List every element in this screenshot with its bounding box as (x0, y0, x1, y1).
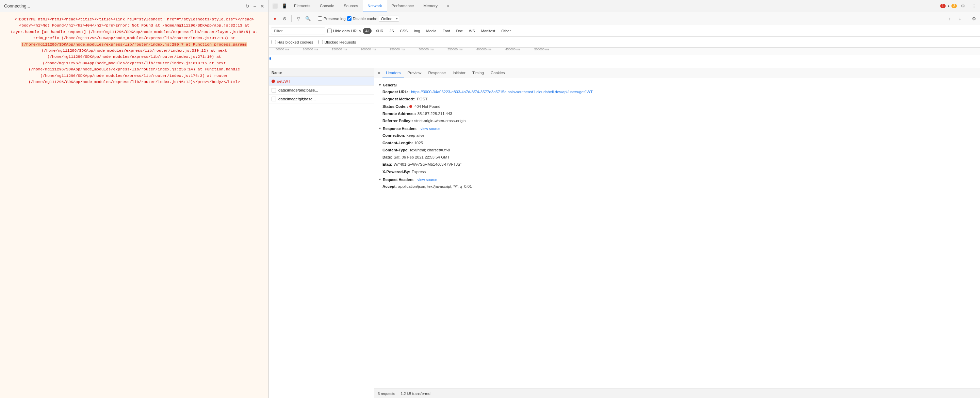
detail-tab-cookies[interactable]: Cookies (487, 68, 508, 78)
connection-key: Connection (382, 133, 405, 139)
tab-memory[interactable]: Memory (418, 0, 442, 12)
reload-icon[interactable]: ↻ (245, 3, 250, 9)
filter-tag-img[interactable]: Img (411, 28, 422, 34)
close-icon[interactable]: ✕ (260, 3, 264, 9)
toolbar-separator-3 (967, 15, 967, 22)
request-headers-section: Request Headers view source Accept appli… (379, 175, 976, 190)
content-type-value: text/html; charset=utf-8 (410, 147, 450, 153)
throttle-select[interactable]: Online (379, 16, 399, 22)
detail-tab-initiator[interactable]: Initiator (449, 68, 469, 78)
has-blocked-cookies-checkbox[interactable] (272, 40, 276, 44)
response-headers-view-source[interactable]: view source (421, 127, 440, 131)
filter-tag-media[interactable]: Media (424, 28, 439, 34)
warning-badge: 2 (951, 4, 957, 8)
filter-tag-ws[interactable]: WS (466, 28, 477, 34)
detail-close-button[interactable]: ✕ (375, 70, 382, 76)
tab-console[interactable]: Console (315, 0, 339, 12)
filter-input[interactable] (271, 27, 325, 34)
timeline-mark-400000: 400000 ms (476, 48, 492, 51)
timeline-mark-250000: 250000 ms (390, 48, 405, 51)
timeline-mark-100000: 100000 ms (303, 48, 318, 51)
detail-tab-headers[interactable]: Headers (382, 68, 404, 78)
tab-network[interactable]: Network (363, 0, 387, 12)
blocked-requests-label[interactable]: Blocked Requests (318, 40, 356, 44)
badge-sep: ▲ (947, 4, 950, 8)
detail-tab-preview[interactable]: Preview (404, 68, 425, 78)
timeline-area: 50000 ms 100000 ms 150000 ms 200000 ms 2… (269, 48, 980, 68)
request-url-key: Request URL: (382, 89, 410, 95)
filter-tag-css[interactable]: CSS (398, 28, 410, 34)
accept-value: application/json, text/javascript, */*; … (398, 184, 472, 189)
filter-tag-other[interactable]: Other (499, 28, 513, 34)
detail-panel: ✕ Headers Preview Response Initiator Tim… (374, 68, 980, 398)
x-powered-by-row: X-Powered-By Express (379, 169, 976, 175)
window-title: Connecting... (4, 3, 30, 8)
disable-cache-checkbox[interactable] (347, 16, 352, 21)
preserve-log-label[interactable]: Preserve log (318, 16, 346, 21)
request-item-png[interactable]: data:image/png;base... (269, 86, 374, 95)
tab-elements[interactable]: Elements (289, 0, 315, 12)
request-headers-view-source[interactable]: view source (417, 178, 437, 181)
devtools-right-icons: 1 ▲ 2 ⚙ ⋮ (940, 2, 978, 11)
remote-address-key: Remote Address: (382, 111, 416, 117)
tab-sources[interactable]: Sources (339, 0, 363, 12)
devtools-settings-icon[interactable]: ⚙ (958, 2, 968, 11)
clear-button[interactable]: ⊘ (280, 14, 288, 23)
filter-tag-font[interactable]: Font (440, 28, 452, 34)
request-item-getjwt[interactable]: getJWT (269, 77, 374, 86)
filter-tag-all[interactable]: All (363, 28, 372, 34)
filter-tag-xhr[interactable]: XHR (373, 28, 385, 34)
filter-tag-js[interactable]: JS (387, 28, 396, 34)
filter-tag-doc[interactable]: Doc (453, 28, 465, 34)
upload-icon[interactable]: ↑ (946, 14, 954, 23)
record-button[interactable]: ● (271, 14, 279, 23)
network-toolbar: ● ⊘ ▽ 🔍 Preserve log Disable cache Onlin… (269, 12, 980, 25)
response-headers-title-text: Response Headers (383, 127, 417, 131)
has-blocked-cookies-label[interactable]: Has blocked cookies (272, 40, 313, 44)
date-key: Date (382, 154, 392, 160)
request-headers-title: Request Headers view source (379, 175, 976, 183)
search-button[interactable]: 🔍 (304, 14, 312, 23)
status-code-row: Status Code: 404 Not Found (379, 103, 976, 110)
name-column-header: Name (272, 70, 282, 75)
remote-address-value: 35.187.228.211:443 (417, 111, 452, 117)
request-method-key: Request Method: (382, 96, 415, 102)
blocked-requests-checkbox[interactable] (318, 40, 323, 44)
timeline-bar (269, 57, 271, 60)
device-icon[interactable]: 📱 (280, 2, 289, 11)
detail-tab-timing[interactable]: Timing (469, 68, 487, 78)
tab-more[interactable]: » (442, 0, 454, 12)
main-content: Name getJWT data:image/png;base... data:… (269, 68, 980, 398)
minimize-icon[interactable]: – (253, 3, 256, 9)
download-icon[interactable]: ↓ (956, 14, 964, 23)
status-code-key: Status Code: (382, 104, 408, 110)
disable-cache-label[interactable]: Disable cache (347, 16, 377, 21)
filter-bar-2: Has blocked cookies Blocked Requests (269, 37, 980, 48)
content-length-value: 1025 (414, 140, 423, 146)
network-settings-icon[interactable]: ⚙ (970, 14, 978, 23)
response-headers-title: Response Headers view source (379, 124, 976, 132)
window-controls: ↻ – ✕ (245, 3, 264, 9)
request-name-gif: data:image/gif;base... (278, 97, 316, 101)
preserve-log-checkbox[interactable] (318, 16, 322, 21)
request-method-value: POST (417, 96, 427, 102)
filter-tag-manifest[interactable]: Manifest (479, 28, 498, 34)
status-code-text: 404 Not Found (414, 104, 440, 108)
error-text-content: <!DOCTYPE html><html><head><title></titl… (11, 17, 258, 84)
x-powered-by-key: X-Powered-By (382, 169, 410, 175)
inspector-icon[interactable]: ⬜ (270, 2, 280, 11)
hide-data-urls-label[interactable]: Hide data URLs (327, 29, 361, 33)
referrer-policy-key: Referrer Policy: (382, 118, 413, 124)
tab-performance[interactable]: Performance (387, 0, 419, 12)
request-item-gif[interactable]: data:image/gif;base... (269, 95, 374, 103)
error-badge: 1 (940, 4, 946, 8)
filter-type-tags: All XHR JS CSS Img Media Font Doc WS Man… (363, 28, 513, 34)
devtools-more-icon[interactable]: ⋮ (969, 2, 978, 11)
content-type-row: Content-Type text/html; charset=utf-8 (379, 146, 976, 154)
filter-button[interactable]: ▽ (294, 14, 302, 23)
error-output: <!DOCTYPE html><html><head><title></titl… (5, 16, 263, 85)
detail-tab-response[interactable]: Response (425, 68, 449, 78)
hide-data-urls-checkbox[interactable] (327, 29, 332, 33)
request-error-icon (272, 80, 275, 83)
timeline-mark-200000: 200000 ms (361, 48, 376, 51)
